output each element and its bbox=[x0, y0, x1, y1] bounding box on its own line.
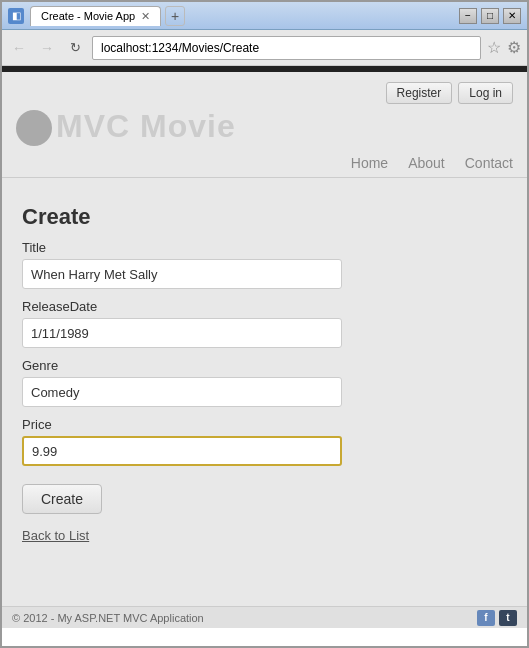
window-controls: − □ ✕ bbox=[459, 8, 521, 24]
form-title: Create bbox=[22, 204, 507, 230]
site-title: MVC Movie bbox=[16, 108, 513, 145]
auth-buttons: Register Log in bbox=[16, 82, 513, 104]
create-button[interactable]: Create bbox=[22, 484, 102, 514]
main-content: Create Title ReleaseDate Genre Price Cre… bbox=[2, 194, 527, 563]
back-icon: ← bbox=[12, 40, 26, 56]
title-input[interactable] bbox=[22, 259, 342, 289]
back-button[interactable]: ← bbox=[8, 37, 30, 59]
divider bbox=[2, 177, 527, 178]
nav-contact[interactable]: Contact bbox=[465, 155, 513, 171]
genre-input[interactable] bbox=[22, 377, 342, 407]
price-label: Price bbox=[22, 417, 507, 432]
site-header: Register Log in MVC Movie bbox=[2, 72, 527, 145]
avatar bbox=[16, 110, 52, 146]
forward-icon: → bbox=[40, 40, 54, 56]
refresh-button[interactable]: ↻ bbox=[64, 37, 86, 59]
new-tab-icon: + bbox=[171, 8, 179, 24]
close-button[interactable]: ✕ bbox=[503, 8, 521, 24]
address-input[interactable] bbox=[92, 36, 481, 60]
settings-icon[interactable]: ⚙ bbox=[507, 38, 521, 57]
login-button[interactable]: Log in bbox=[458, 82, 513, 104]
price-field-group: Price bbox=[22, 417, 507, 466]
back-to-list-link[interactable]: Back to List bbox=[22, 528, 507, 543]
forward-button[interactable]: → bbox=[36, 37, 58, 59]
tab-label: Create - Movie App bbox=[41, 10, 135, 22]
nav-home[interactable]: Home bbox=[351, 155, 388, 171]
title-field-group: Title bbox=[22, 240, 507, 289]
genre-label: Genre bbox=[22, 358, 507, 373]
register-button[interactable]: Register bbox=[386, 82, 453, 104]
genre-field-group: Genre bbox=[22, 358, 507, 407]
footer-icons: f t bbox=[477, 610, 517, 626]
refresh-icon: ↻ bbox=[70, 40, 81, 55]
release-date-label: ReleaseDate bbox=[22, 299, 507, 314]
tumblr-icon[interactable]: t bbox=[499, 610, 517, 626]
new-tab-button[interactable]: + bbox=[165, 6, 185, 26]
site-footer: © 2012 - My ASP.NET MVC Application f t bbox=[2, 606, 527, 628]
tab-close-icon[interactable]: ✕ bbox=[141, 10, 150, 23]
price-input[interactable] bbox=[22, 436, 342, 466]
browser-tab[interactable]: Create - Movie App ✕ bbox=[30, 6, 161, 26]
release-date-input[interactable] bbox=[22, 318, 342, 348]
release-date-field-group: ReleaseDate bbox=[22, 299, 507, 348]
nav-about[interactable]: About bbox=[408, 155, 445, 171]
maximize-button[interactable]: □ bbox=[481, 8, 499, 24]
page-content: Register Log in MVC Movie Home About Con… bbox=[2, 72, 527, 628]
title-bar: ◧ Create - Movie App ✕ + − □ ✕ bbox=[2, 2, 527, 30]
title-label: Title bbox=[22, 240, 507, 255]
facebook-icon[interactable]: f bbox=[477, 610, 495, 626]
minimize-button[interactable]: − bbox=[459, 8, 477, 24]
copyright-text: © 2012 - My ASP.NET MVC Application bbox=[12, 612, 204, 624]
address-bar: ← → ↻ ☆ ⚙ bbox=[2, 30, 527, 66]
bookmark-icon[interactable]: ☆ bbox=[487, 38, 501, 57]
site-nav: Home About Contact bbox=[2, 149, 527, 177]
app-icon: ◧ bbox=[8, 8, 24, 24]
